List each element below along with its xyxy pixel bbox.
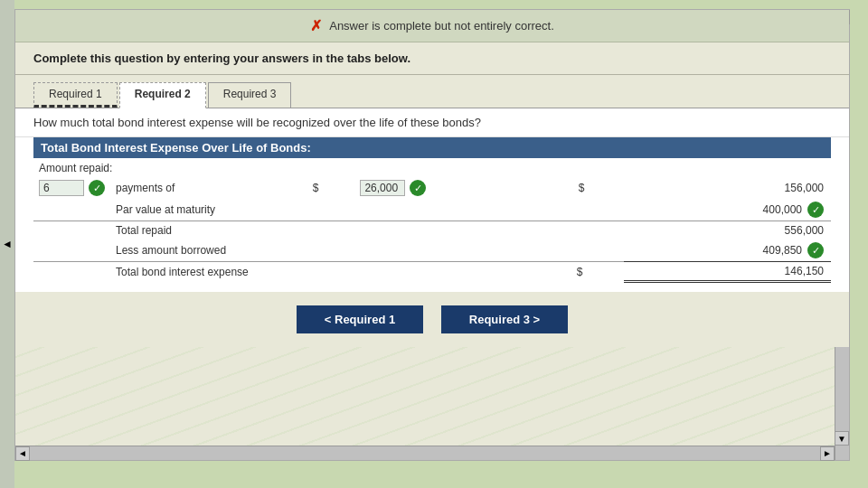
payments-label: payments of [110,177,307,199]
table-row: 6 ✓ payments of $ 26,000 ✓ $ 156,000 [33,177,831,199]
nav-buttons: < Required 1 Required 3 > [15,292,849,347]
alert-text: Answer is complete but not entirely corr… [329,19,554,33]
table-row: Amount repaid: [33,158,831,177]
check-icon-3: ✓ [807,202,824,218]
error-icon: ✗ [310,17,322,34]
table-title: Total Bond Interest Expense Over Life of… [33,137,831,158]
scroll-down-arrow[interactable]: ▼ [835,431,849,446]
next-button[interactable]: Required 3 > [441,305,568,333]
table-row: Total repaid 556,000 [33,221,831,240]
check-icon-2: ✓ [410,180,426,196]
scroll-right-arrow[interactable]: ► [820,446,835,461]
bottom-scrollbar[interactable]: ◄ ► [15,446,835,460]
total-interest-value: 146,150 [624,262,831,282]
check-icon: ✓ [89,180,105,196]
table-container: Total Bond Interest Expense Over Life of… [15,137,849,292]
payment-dollar: $ [307,177,355,199]
total-interest-dollar: $ [571,262,624,282]
tabs-section: Required 1 Required 2 Required 3 [15,75,849,108]
question-area: How much total bond interest expense wil… [15,108,849,137]
total-interest-label: Total bond interest expense [110,262,571,282]
table-row: Par value at maturity 400,000 ✓ [33,199,831,221]
tab-required-3[interactable]: Required 3 [208,82,292,108]
tab-required-2[interactable]: Required 2 [119,82,206,108]
scroll-left-arrow[interactable]: ◄ [15,446,30,461]
payments-count-input[interactable]: 6 [39,180,84,196]
total-repaid-label: Total repaid [110,221,571,240]
prev-button[interactable]: < Required 1 [297,305,423,333]
instruction-bar: Complete this question by entering your … [15,42,849,75]
left-scroll-arrow[interactable]: ◄ [0,0,14,488]
payment-amount-input[interactable]: 26,000 [360,180,405,196]
alert-bar: ✗ Answer is complete but not entirely co… [15,10,849,42]
instruction-text: Complete this question by entering your … [33,52,410,65]
table-row: Total bond interest expense $ 146,150 [33,262,831,282]
par-label: Par value at maturity [110,199,571,221]
amount-repaid-label: Amount repaid: [33,158,831,177]
less-label: Less amount borrowed [110,239,571,262]
table-row: Less amount borrowed 409,850 ✓ [33,239,831,262]
less-value: 409,850 ✓ [624,239,831,262]
total-repaid-value: 556,000 [624,221,831,240]
check-icon-4: ✓ [807,242,824,258]
tab-required-1[interactable]: Required 1 [33,82,118,108]
question-text: How much total bond interest expense wil… [33,116,481,129]
payment-dollar-2: $ [571,177,624,199]
bond-interest-table: Amount repaid: 6 ✓ payments of $ 26,000 [33,158,831,283]
payments-value: 156,000 [624,177,831,199]
par-value: 400,000 ✓ [624,199,831,221]
